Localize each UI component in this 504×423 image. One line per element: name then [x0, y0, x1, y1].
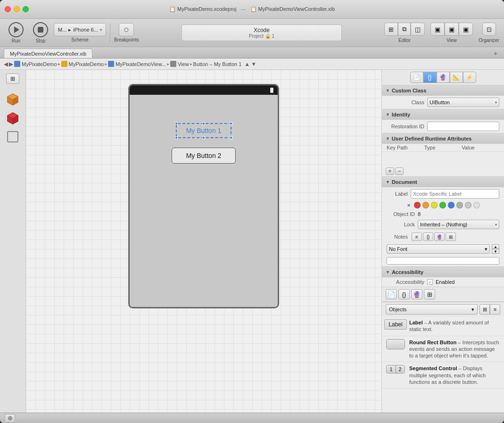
version-editor-button[interactable]: ◫ [411, 23, 425, 36]
grid-view-button[interactable]: ⊞ [479, 304, 490, 315]
breadcrumb: ◀ ▶ MyPixateDemo ▸ MyPixateDemo ▸ MyPixa… [0, 58, 504, 70]
navigator-button[interactable]: ▣ [430, 23, 445, 36]
selection-handle-tr[interactable] [230, 122, 232, 125]
left-sidebar: ⊞ [0, 70, 26, 413]
runtime-attrs-header: Key Path Type Value [382, 144, 504, 152]
label-library-item[interactable]: Label Label – A variably sized amount of… [382, 316, 504, 336]
group-icon [61, 61, 67, 67]
breadcrumb-item-3[interactable]: MyPixateDemoView... [108, 61, 166, 67]
utilities-button[interactable]: ▣ [459, 23, 473, 36]
sidebar-3d-cube[interactable] [5, 91, 20, 107]
view-icon [170, 61, 176, 67]
font-size-up[interactable]: ▲ [492, 244, 499, 249]
mode-icon-1[interactable]: 📄 [386, 289, 397, 299]
mode-icon-3[interactable]: 🔮 [411, 289, 422, 299]
color-gray2[interactable] [465, 202, 471, 208]
breadcrumb-item-2[interactable]: MyPixateDemo [61, 61, 104, 67]
inspector-tabs: 📄 {} 🔮 📐 ⚡ [382, 70, 504, 85]
my-button-1[interactable]: My Button 1 [176, 123, 232, 138]
accessibility-header[interactable]: ▼ Accessibility [382, 267, 504, 277]
color-gray3[interactable] [473, 202, 480, 208]
inspector-tab-attributes[interactable]: {} [423, 72, 437, 83]
notes-list-btn[interactable]: ≡ [412, 232, 422, 241]
inspector-tab-connections[interactable]: ⚡ [463, 72, 476, 83]
standard-editor-button[interactable]: ⊞ [384, 23, 398, 36]
add-tab-button[interactable]: + [491, 49, 500, 58]
breadcrumb-item-5[interactable]: Button – My Button 1 [193, 61, 242, 67]
selection-handle-br[interactable] [230, 136, 232, 139]
list-view-button[interactable]: ≡ [490, 304, 500, 315]
sidebar-red-cube[interactable] [5, 110, 20, 125]
toolbar-separator [110, 24, 110, 42]
canvas-area[interactable]: ▐▌ My Button 1 [26, 70, 381, 413]
breadcrumb-nav-right[interactable]: ▶ [9, 61, 13, 67]
inspector-tab-identity[interactable]: 🔮 [437, 72, 450, 83]
stop-button[interactable]: Stop [29, 20, 52, 45]
color-blue[interactable] [448, 202, 454, 208]
color-clear-btn[interactable]: ✕ [405, 202, 412, 208]
color-orange[interactable] [422, 202, 429, 208]
maximize-button[interactable] [23, 6, 29, 12]
assistant-editor-button[interactable]: ⧉ [398, 23, 411, 36]
inspector-tab-size[interactable]: 📐 [450, 72, 463, 83]
inspector-tab-file[interactable]: 📄 [410, 72, 423, 83]
round-rect-thumb [386, 339, 405, 349]
restoration-id-input[interactable] [427, 122, 499, 131]
run-button[interactable]: Run [5, 20, 27, 45]
xib-tab[interactable]: MyPixateDemoViewController.xib [4, 49, 92, 58]
object-id-row: Object ID 8 [382, 210, 504, 218]
breadcrumb-item-4[interactable]: View [170, 61, 189, 67]
breakpoints-button[interactable]: ⬡ [119, 23, 134, 36]
my-button-2[interactable]: My Button 2 [172, 148, 236, 164]
user-defined-arrow: ▼ [386, 136, 390, 141]
class-select[interactable]: UIButton ▾ [427, 98, 499, 107]
identity-header[interactable]: ▼ Identity [382, 109, 504, 120]
breadcrumb-nav-left[interactable]: ◀ [4, 61, 8, 67]
objects-filter-select[interactable]: Objects ▾ [386, 304, 478, 315]
segmented-library-item[interactable]: 1 2 Segmented Control – Displays multipl… [382, 362, 504, 389]
breadcrumb-item-1[interactable]: MyPixateDemo [14, 61, 57, 67]
remove-runtime-attr[interactable]: − [395, 167, 404, 175]
accessibility-checkbox[interactable]: ✓ [427, 279, 433, 285]
color-green[interactable] [439, 202, 446, 208]
notes-img-btn[interactable]: 🔮 [434, 232, 445, 241]
color-gray1[interactable] [456, 202, 463, 208]
close-button[interactable] [5, 6, 11, 12]
notes-table-btn[interactable]: ⊞ [446, 232, 456, 241]
add-runtime-attr[interactable]: + [386, 167, 394, 175]
bc-nav-down[interactable]: ▼ [251, 61, 256, 67]
color-dots-row: ✕ [382, 200, 504, 210]
color-yellow[interactable] [431, 202, 438, 208]
selection-handle-tm[interactable] [202, 122, 205, 125]
color-red[interactable] [414, 202, 421, 208]
scheme-button[interactable]: M... ▸ iPhone 6... ▾ [54, 23, 106, 36]
mode-icon-4[interactable]: ⊞ [424, 289, 435, 299]
runtime-attrs-empty [382, 152, 504, 166]
segmented-lib-text: Segmented Control – Displays multiple se… [409, 365, 500, 385]
lock-select[interactable]: Inherited – (Nothing) ▾ [418, 220, 499, 229]
zoom-button[interactable]: ⊕ [5, 414, 15, 423]
font-size-down[interactable]: ▼ [492, 249, 499, 254]
sidebar-empty-square[interactable] [5, 129, 20, 144]
organizer-button[interactable]: ⊡ [482, 23, 496, 36]
notes-code-btn[interactable]: {} [423, 232, 433, 241]
grid-nav-button[interactable]: ⊞ [6, 74, 19, 84]
user-defined-header[interactable]: ▼ User Defined Runtime Attributes [382, 133, 504, 144]
minimize-button[interactable] [14, 6, 20, 12]
debug-button[interactable]: ▣ [445, 23, 459, 36]
battery-icon: ▐▌ [269, 88, 275, 92]
round-rect-library-item[interactable]: Round Rect Button – Intercepts touch eve… [382, 336, 504, 363]
selection-handle-bl[interactable] [175, 136, 178, 139]
mode-icon-2[interactable]: {} [398, 289, 410, 299]
selection-handle-bm[interactable] [202, 136, 205, 139]
nav-buttons: ⊞ [6, 74, 19, 84]
doc-label-input[interactable] [411, 189, 499, 199]
font-select[interactable]: No Font ▾ [387, 244, 490, 254]
custom-class-header[interactable]: ▼ Custom Class [382, 85, 504, 96]
document-header[interactable]: ▼ Document [382, 177, 504, 187]
document-arrow: ▼ [386, 180, 390, 184]
bc-nav-up[interactable]: ▲ [244, 61, 250, 67]
segmented-preview: 1 2 [386, 365, 405, 373]
font-row: No Font ▾ ▲ ▼ [382, 243, 504, 255]
selection-handle-tl[interactable] [175, 122, 178, 125]
